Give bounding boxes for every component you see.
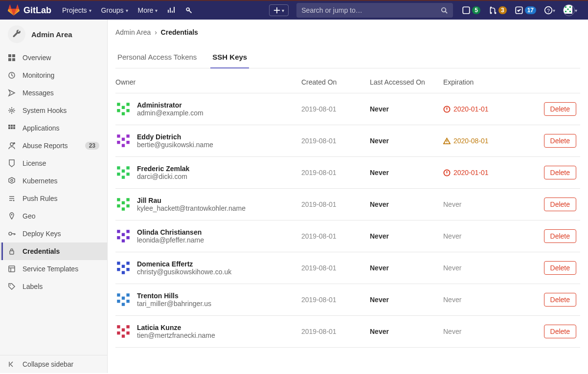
- delete-button[interactable]: Delete: [544, 325, 576, 338]
- credentials-tabs: Personal Access TokensSSH Keys: [115, 48, 580, 68]
- sidebar-item-system-hooks[interactable]: System Hooks: [0, 102, 107, 119]
- svg-rect-79: [122, 297, 125, 300]
- table-row: Administrator admin@example.com 2019-08-…: [115, 93, 580, 125]
- avatar[interactable]: [115, 165, 131, 180]
- nav-admin-wrench-icon[interactable]: [180, 0, 198, 20]
- last-accessed: Never: [370, 200, 443, 208]
- sidebar-item-label: Deploy Keys: [23, 230, 61, 238]
- new-dropdown[interactable]: ▾: [269, 4, 289, 16]
- avatar[interactable]: [115, 133, 131, 149]
- delete-button[interactable]: Delete: [544, 198, 576, 211]
- owner-email: leonida@pfeffer.name: [137, 236, 204, 244]
- search-input[interactable]: [301, 6, 441, 14]
- sidebar-item-push-rules[interactable]: Push Rules: [0, 190, 107, 207]
- svg-rect-66: [117, 236, 120, 239]
- delete-button[interactable]: Delete: [544, 102, 576, 116]
- owner-name[interactable]: Laticia Kunze: [137, 324, 215, 331]
- delete-button[interactable]: Delete: [544, 293, 576, 307]
- avatar[interactable]: [115, 292, 131, 308]
- avatar[interactable]: [115, 197, 131, 212]
- delete-button[interactable]: Delete: [544, 166, 576, 179]
- sidebar-item-kubernetes[interactable]: Kubernetes: [0, 172, 107, 190]
- svg-point-27: [11, 214, 13, 216]
- delete-button[interactable]: Delete: [544, 134, 576, 148]
- sidebar-item-service-templates[interactable]: Service Templates: [0, 260, 107, 278]
- sidebar-item-applications[interactable]: Applications: [0, 119, 107, 137]
- breadcrumb-root[interactable]: Admin Area: [115, 28, 151, 36]
- sidebar-item-credentials[interactable]: Credentials: [0, 242, 107, 260]
- header-merge-requests[interactable]: 3: [485, 0, 510, 20]
- owner-name[interactable]: Jill Rau: [137, 197, 246, 204]
- owner-name[interactable]: Trenton Hills: [137, 292, 211, 300]
- last-accessed: Never: [370, 105, 443, 113]
- header-issues[interactable]: 5: [459, 0, 483, 20]
- header-todos[interactable]: 17: [512, 0, 539, 20]
- owner-name[interactable]: Frederic Zemlak: [137, 165, 189, 173]
- svg-point-25: [11, 179, 13, 181]
- header-user-menu[interactable]: ▾: [560, 0, 580, 20]
- svg-rect-52: [126, 173, 129, 176]
- sidebar-item-license[interactable]: License: [0, 154, 107, 172]
- svg-point-24: [13, 142, 15, 144]
- svg-rect-51: [117, 173, 120, 176]
- table-row: Jill Rau kylee_hackett@trantowkohler.nam…: [115, 189, 580, 220]
- table-row: Eddy Dietrich bertie@gusikowski.name 201…: [115, 125, 580, 157]
- sidebar-item-labels[interactable]: Labels: [0, 278, 107, 295]
- svg-rect-18: [11, 125, 13, 127]
- created-on: 2019-08-01: [301, 232, 370, 240]
- sidebar-context[interactable]: Admin Area: [0, 20, 107, 49]
- svg-rect-21: [11, 127, 13, 129]
- sidebar-item-deploy-keys[interactable]: Deploy Keys: [0, 225, 107, 242]
- nav-projects[interactable]: Projects▾: [57, 0, 96, 20]
- sidebar-item-label: Kubernetes: [23, 177, 58, 185]
- svg-rect-42: [126, 134, 129, 137]
- svg-rect-71: [126, 262, 129, 264]
- header-search[interactable]: [296, 3, 453, 18]
- svg-text:?: ?: [547, 8, 550, 14]
- owner-email: admin@example.com: [137, 109, 204, 117]
- owner-cell: Olinda Christiansen leonida@pfeffer.name: [115, 228, 301, 244]
- tanuki-icon: [8, 4, 20, 16]
- sidebar-item-label: Abuse Reports: [23, 142, 68, 150]
- nav-groups[interactable]: Groups▾: [96, 0, 133, 20]
- owner-name[interactable]: Domenica Effertz: [137, 260, 231, 268]
- sidebar-item-monitoring[interactable]: Monitoring: [0, 66, 107, 84]
- avatar[interactable]: [115, 228, 131, 244]
- expiration-value: Never: [443, 328, 536, 335]
- owner-cell: Jill Rau kylee_hackett@trantowkohler.nam…: [115, 197, 301, 212]
- avatar[interactable]: [115, 101, 131, 117]
- owner-cell: Laticia Kunze tien@mertzfranecki.name: [115, 324, 301, 339]
- chevron-down-icon: ▾: [282, 8, 284, 13]
- plus-icon: [273, 7, 280, 14]
- avatar[interactable]: [115, 260, 131, 276]
- svg-rect-59: [117, 204, 120, 207]
- svg-rect-75: [122, 271, 125, 274]
- owner-name[interactable]: Administrator: [137, 101, 204, 109]
- nav-groups-label: Groups: [101, 6, 124, 14]
- sidebar-badge: 23: [85, 142, 99, 150]
- svg-rect-12: [12, 54, 15, 57]
- delete-button[interactable]: Delete: [544, 229, 576, 243]
- sidebar-item-messages[interactable]: Messages: [0, 84, 107, 102]
- owner-name[interactable]: Eddy Dietrich: [137, 133, 213, 141]
- avatar[interactable]: [115, 324, 131, 339]
- header-help[interactable]: ? ▾: [541, 0, 558, 20]
- owner-email: kylee_hackett@trantowkohler.name: [137, 204, 246, 212]
- sidebar-item-abuse-reports[interactable]: Abuse Reports 23: [0, 137, 107, 154]
- delete-button[interactable]: Delete: [544, 261, 576, 275]
- svg-rect-56: [117, 198, 120, 201]
- issues-count-badge: 5: [472, 6, 480, 14]
- nav-more[interactable]: More▾: [133, 0, 163, 20]
- gitlab-logo[interactable]: GitLab: [8, 4, 51, 16]
- collapse-sidebar[interactable]: Collapse sidebar: [0, 355, 107, 373]
- sidebar-item-overview[interactable]: Overview: [0, 49, 107, 66]
- chevron-down-icon: ▾: [126, 8, 128, 13]
- sidebar-item-geo[interactable]: Geo: [0, 207, 107, 225]
- tab-ssh-keys[interactable]: SSH Keys: [210, 48, 249, 68]
- owner-name[interactable]: Olinda Christiansen: [137, 228, 204, 236]
- tab-personal-access-tokens[interactable]: Personal Access Tokens: [115, 48, 199, 68]
- created-on: 2019-08-01: [301, 137, 370, 145]
- nav-activity-icon[interactable]: [162, 0, 180, 20]
- svg-rect-77: [117, 293, 120, 296]
- svg-point-26: [13, 200, 15, 201]
